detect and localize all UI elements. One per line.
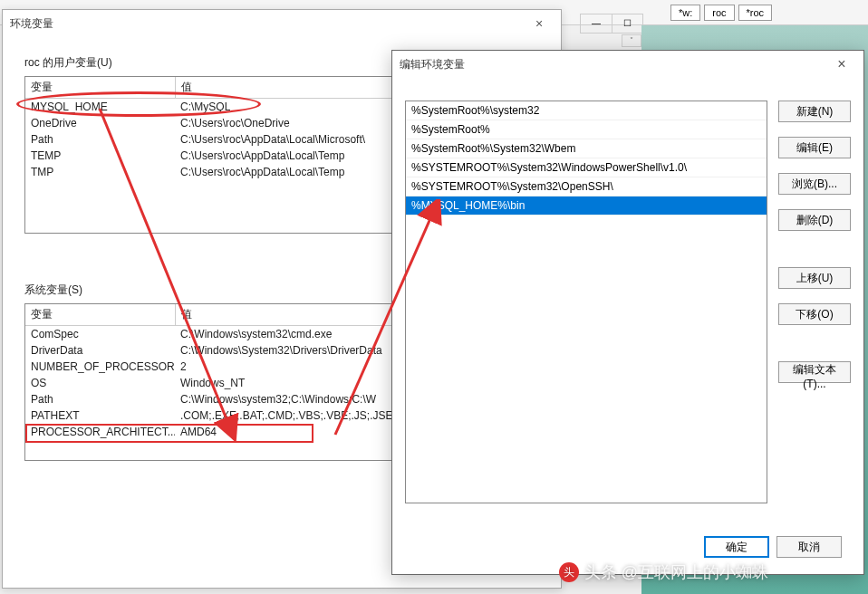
- list-item[interactable]: %SYSTEMROOT%\System32\WindowsPowerShell\…: [406, 158, 767, 177]
- list-item-selected[interactable]: %MYSQL_HOME%\bin: [406, 196, 767, 216]
- watermark-icon: 头: [559, 562, 579, 582]
- edit-text-button[interactable]: 编辑文本(T)...: [778, 361, 851, 383]
- move-up-button[interactable]: 上移(U): [778, 267, 851, 289]
- bg-window-controls: — ☐: [580, 14, 643, 34]
- path-list[interactable]: %SystemRoot%\system32 %SystemRoot% %Syst…: [405, 101, 767, 503]
- watermark-text: 头条 @互联网上的小蜘蛛: [584, 561, 768, 583]
- watermark: 头 头条 @互联网上的小蜘蛛: [559, 561, 768, 583]
- list-item[interactable]: %SystemRoot%: [406, 120, 767, 139]
- dialog2-title: 编辑环境变量: [400, 57, 465, 72]
- edit-button[interactable]: 编辑(E): [778, 137, 851, 158]
- col-variable[interactable]: 变量: [25, 77, 175, 99]
- ok-button[interactable]: 确定: [704, 536, 769, 558]
- chevron-down-icon[interactable]: ˅: [622, 34, 641, 47]
- list-item[interactable]: %SYSTEMROOT%\System32\OpenSSH\: [406, 177, 767, 196]
- minimize-icon[interactable]: —: [581, 14, 612, 33]
- maximize-icon[interactable]: ☐: [612, 14, 642, 33]
- dialog2-titlebar: 编辑环境变量 ×: [392, 51, 863, 78]
- cancel-button[interactable]: 取消: [776, 536, 842, 558]
- bg-tab-1[interactable]: *w:: [670, 5, 700, 21]
- bg-tab-3[interactable]: *roc: [738, 5, 773, 21]
- list-item[interactable]: %SystemRoot%\System32\Wbem: [406, 139, 767, 158]
- dialog1-title: 环境变量: [10, 16, 53, 32]
- close-icon[interactable]: ×: [523, 14, 555, 34]
- list-item[interactable]: %SystemRoot%\system32: [406, 101, 767, 120]
- delete-button[interactable]: 删除(D): [778, 209, 851, 231]
- move-down-button[interactable]: 下移(O): [778, 303, 851, 325]
- edit-env-variable-dialog: 编辑环境变量 × %SystemRoot%\system32 %SystemRo…: [391, 50, 864, 575]
- new-button[interactable]: 新建(N): [778, 101, 851, 122]
- browse-button[interactable]: 浏览(B)...: [778, 173, 851, 195]
- dialog1-titlebar: 环境变量 ×: [3, 10, 561, 37]
- close-icon[interactable]: ×: [825, 54, 858, 74]
- bg-tab-2[interactable]: roc: [704, 5, 734, 21]
- col-variable[interactable]: 变量: [25, 304, 175, 326]
